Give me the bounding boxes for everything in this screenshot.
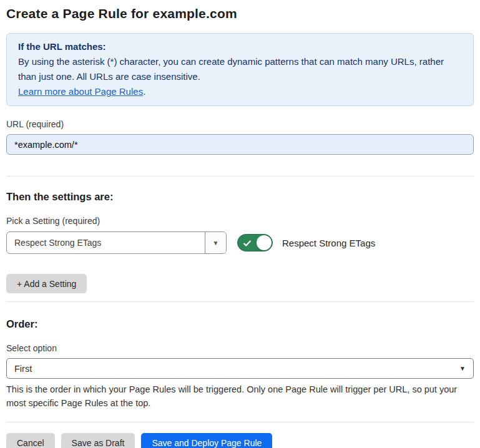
toggle-label: Respect Strong ETags bbox=[282, 238, 375, 248]
info-box-heading: If the URL matches: bbox=[18, 39, 462, 54]
pick-setting-label: Pick a Setting (required) bbox=[6, 216, 474, 226]
chevron-down-icon: ▼ bbox=[213, 240, 219, 246]
order-section-heading: Order: bbox=[6, 318, 474, 330]
save-and-deploy-button[interactable]: Save and Deploy Page Rule bbox=[141, 433, 272, 448]
section-divider bbox=[6, 301, 474, 302]
setting-select[interactable]: Respect Strong ETags ▼ bbox=[6, 231, 227, 254]
cancel-button[interactable]: Cancel bbox=[6, 433, 55, 448]
setting-select-arrow-button[interactable]: ▼ bbox=[205, 232, 226, 253]
setting-row: Respect Strong ETags ▼ Respect Strong ET… bbox=[6, 231, 474, 254]
check-icon bbox=[243, 239, 252, 248]
url-field-label: URL (required) bbox=[6, 119, 474, 129]
learn-more-link[interactable]: Learn more about Page Rules bbox=[18, 86, 143, 97]
info-box-body: By using the asterisk (*) character, you… bbox=[18, 54, 462, 84]
url-matches-info-box: If the URL matches: By using the asteris… bbox=[6, 33, 474, 106]
add-setting-button[interactable]: + Add a Setting bbox=[6, 274, 87, 293]
setting-select-value: Respect Strong ETags bbox=[7, 232, 205, 253]
page-title: Create a Page Rule for example.com bbox=[6, 6, 474, 21]
order-select-label: Select option bbox=[6, 343, 474, 353]
chevron-down-icon: ▼ bbox=[459, 365, 466, 372]
order-select[interactable]: First ▼ bbox=[6, 358, 474, 379]
link-suffix: . bbox=[143, 86, 145, 97]
actions-row: Cancel Save as Draft Save and Deploy Pag… bbox=[6, 433, 474, 448]
save-as-draft-button[interactable]: Save as Draft bbox=[61, 433, 135, 448]
order-select-value: First bbox=[14, 364, 32, 374]
url-input[interactable] bbox=[6, 134, 474, 155]
section-divider bbox=[6, 422, 474, 422]
section-divider bbox=[6, 176, 474, 177]
order-helper-text: This is the order in which your Page Rul… bbox=[6, 382, 474, 410]
settings-section-heading: Then the settings are: bbox=[6, 191, 474, 203]
info-box-link-line: Learn more about Page Rules. bbox=[18, 84, 462, 99]
toggle-knob bbox=[257, 235, 272, 250]
setting-toggle-on[interactable] bbox=[237, 234, 273, 251]
